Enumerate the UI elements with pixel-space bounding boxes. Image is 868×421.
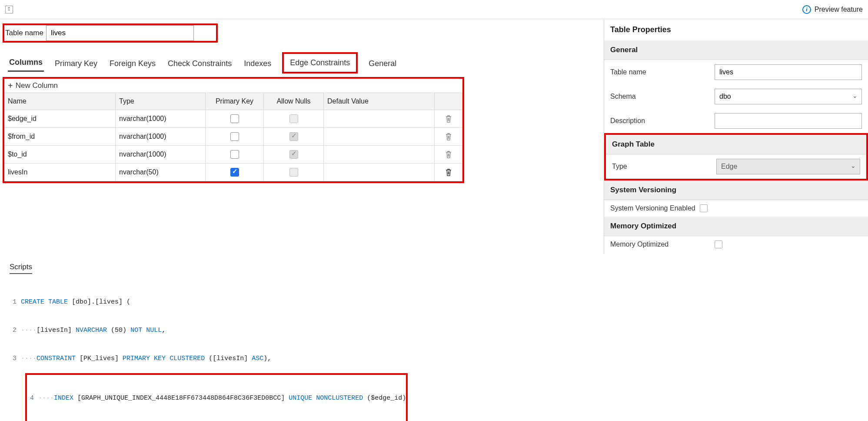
allow-nulls-checkbox xyxy=(289,132,298,141)
delete-icon[interactable] xyxy=(445,168,452,177)
cell-name[interactable]: livesIn xyxy=(4,164,116,181)
table-row[interactable]: livesIn nvarchar(50) xyxy=(4,164,462,181)
label-table-name: Table name xyxy=(610,68,710,76)
pk-checkbox[interactable] xyxy=(230,168,239,177)
properties-title: Table Properties xyxy=(604,19,868,40)
script-code[interactable]: 1CREATE TABLE [dbo].[lives] ( 2····[live… xyxy=(10,278,858,421)
section-sysver: System Versioning xyxy=(604,180,868,200)
header-nulls: Allow Nulls xyxy=(264,93,324,110)
header-pk: Primary Key xyxy=(206,93,264,110)
input-description[interactable] xyxy=(715,113,862,129)
tab-primary-key[interactable]: Primary Key xyxy=(53,57,99,72)
plus-icon: + xyxy=(8,81,13,90)
scripts-panel: Scripts 1CREATE TABLE [dbo].[lives] ( 2·… xyxy=(0,254,868,421)
memopt-checkbox[interactable] xyxy=(715,241,722,248)
section-graph: Graph Table xyxy=(606,135,866,154)
table-name-label: Table name xyxy=(4,25,45,41)
header-name: Name xyxy=(4,93,116,110)
designer-pane: Table name Columns Primary Key Foreign K… xyxy=(0,19,604,254)
tab-columns[interactable]: Columns xyxy=(8,55,44,72)
scripts-title: Scripts xyxy=(10,263,32,274)
table-row[interactable]: $to_id nvarchar(1000) xyxy=(4,146,462,164)
sysver-checkbox[interactable] xyxy=(700,204,708,212)
new-column-button[interactable]: + New Column xyxy=(4,79,462,93)
columns-header: Name Type Primary Key Allow Nulls Defaul… xyxy=(4,93,462,110)
table-row[interactable]: $edge_id nvarchar(1000) xyxy=(4,110,462,128)
cell-default[interactable] xyxy=(324,110,435,127)
line-number: 1 xyxy=(10,297,21,307)
pk-checkbox[interactable] xyxy=(230,150,239,159)
delete-icon[interactable] xyxy=(445,132,452,141)
table-name-group: Table name xyxy=(3,23,218,43)
input-table-name[interactable] xyxy=(715,64,862,80)
input-schema[interactable] xyxy=(715,89,862,104)
top-bar: i Preview feature xyxy=(0,0,868,19)
allow-nulls-checkbox xyxy=(289,168,298,177)
tab-indexes[interactable]: Indexes xyxy=(243,57,273,72)
tab-check-constraints[interactable]: Check Constraints xyxy=(166,57,233,72)
preview-label: Preview feature xyxy=(815,6,863,13)
line-number: 3 xyxy=(10,354,21,364)
cell-type[interactable]: nvarchar(50) xyxy=(116,164,206,181)
graph-table-block: Graph Table Type ⌄ xyxy=(604,133,868,180)
line-number: 4 xyxy=(27,394,38,403)
preview-feature[interactable]: i Preview feature xyxy=(802,5,863,14)
line-number: 2 xyxy=(10,326,21,335)
header-type: Type xyxy=(116,93,206,110)
pk-checkbox[interactable] xyxy=(230,114,239,123)
export-icon[interactable] xyxy=(5,6,13,13)
label-graph-type: Type xyxy=(612,163,712,170)
cell-name[interactable]: $edge_id xyxy=(4,110,116,127)
section-memopt: Memory Optimized xyxy=(604,217,868,236)
table-name-input[interactable] xyxy=(46,25,194,41)
label-schema: Schema xyxy=(610,93,710,100)
cell-type[interactable]: nvarchar(1000) xyxy=(116,146,206,163)
header-actions xyxy=(435,93,462,110)
cell-default[interactable] xyxy=(324,146,435,163)
label-description: Description xyxy=(610,117,710,125)
label-sysver-enabled: System Versioning Enabled xyxy=(610,204,695,212)
tab-foreign-keys[interactable]: Foreign Keys xyxy=(108,57,157,72)
info-icon: i xyxy=(802,5,811,14)
input-graph-type xyxy=(716,159,860,174)
cell-type[interactable]: nvarchar(1000) xyxy=(116,128,206,145)
delete-icon[interactable] xyxy=(445,150,452,159)
cell-type[interactable]: nvarchar(1000) xyxy=(116,110,206,127)
designer-tabs: Columns Primary Key Foreign Keys Check C… xyxy=(3,50,604,72)
table-row[interactable]: $from_id nvarchar(1000) xyxy=(4,128,462,146)
allow-nulls-checkbox xyxy=(289,114,298,123)
allow-nulls-checkbox xyxy=(289,150,298,159)
cell-name[interactable]: $to_id xyxy=(4,146,116,163)
tab-edge-constraints[interactable]: Edge Constraints xyxy=(282,52,358,74)
columns-grid: + New Column Name Type Primary Key Allow… xyxy=(3,77,464,183)
cell-name[interactable]: $from_id xyxy=(4,128,116,145)
properties-pane: Table Properties General Table name Sche… xyxy=(604,19,868,254)
pk-checkbox[interactable] xyxy=(230,132,239,141)
section-general: General xyxy=(604,40,868,60)
delete-icon[interactable] xyxy=(445,114,452,123)
cell-default[interactable] xyxy=(324,164,435,181)
label-memopt: Memory Optimized xyxy=(610,241,710,248)
new-column-label: New Column xyxy=(16,81,58,90)
tab-general[interactable]: General xyxy=(367,57,398,72)
header-default: Default Value xyxy=(324,93,435,110)
cell-default[interactable] xyxy=(324,128,435,145)
